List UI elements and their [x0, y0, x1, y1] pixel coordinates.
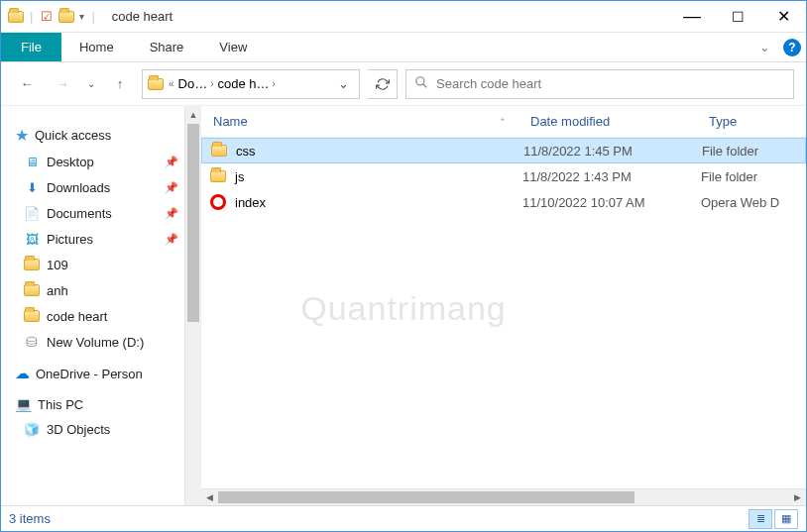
column-type[interactable]: Type: [697, 114, 806, 129]
file-type: File folder: [698, 144, 805, 159]
sidebar-item-documents[interactable]: 📄Documents📌: [1, 200, 184, 226]
app-icon: [7, 8, 25, 26]
folder-qat-icon[interactable]: [58, 8, 75, 26]
chevron-right-icon[interactable]: «: [169, 78, 174, 89]
help-button[interactable]: ?: [778, 33, 806, 61]
star-icon: ★: [15, 126, 29, 145]
file-date: 11/10/2022 10:07 AM: [519, 195, 697, 210]
recent-dropdown-icon[interactable]: ⌄: [84, 70, 98, 98]
sidebar-scrollbar[interactable]: ▲: [184, 106, 201, 505]
file-row[interactable]: css 11/8/2022 1:45 PM File folder: [201, 138, 806, 163]
qat-dropdown-icon[interactable]: ▾: [77, 11, 86, 22]
tab-home[interactable]: Home: [61, 33, 132, 61]
pictures-icon: 🖼: [23, 230, 41, 248]
sidebar-item-label: 3D Objects: [47, 422, 110, 437]
sidebar-item-folder[interactable]: anh: [1, 277, 184, 303]
sidebar-item-label: New Volume (D:): [47, 335, 144, 350]
thumbnails-view-button[interactable]: ▦: [774, 509, 798, 529]
scrollbar-thumb[interactable]: [218, 491, 634, 503]
file-name: js: [235, 169, 244, 184]
ribbon-tabs: File Home Share View ⌄ ?: [1, 33, 806, 62]
sidebar-item-label: Desktop: [47, 155, 94, 169]
maximize-button[interactable]: ☐: [715, 1, 760, 33]
horizontal-scrollbar[interactable]: ◀ ▶: [201, 488, 806, 505]
tab-share[interactable]: Share: [132, 33, 202, 61]
scroll-up-icon[interactable]: ▲: [185, 106, 201, 123]
sidebar-item-pictures[interactable]: 🖼Pictures📌: [1, 226, 184, 252]
properties-icon[interactable]: ☑: [38, 8, 56, 26]
objects-icon: 🧊: [23, 420, 41, 438]
sidebar-quick-access[interactable]: ★ Quick access: [1, 122, 184, 149]
file-date: 11/8/2022 1:45 PM: [519, 144, 698, 159]
sidebar-item-folder[interactable]: 109: [1, 252, 184, 277]
breadcrumb-segment[interactable]: Do…›: [178, 76, 214, 91]
refresh-button[interactable]: [368, 69, 398, 99]
breadcrumb-dropdown-icon[interactable]: ⌄: [331, 76, 355, 91]
navigation-pane[interactable]: ★ Quick access 🖥Desktop📌 ⬇Downloads📌 📄Do…: [1, 106, 184, 505]
breadcrumb-bar[interactable]: « Do…› code h…› ⌄: [142, 69, 360, 99]
tab-view[interactable]: View: [201, 33, 265, 61]
column-date[interactable]: Date modified: [519, 114, 697, 129]
folder-icon: [147, 75, 165, 93]
sidebar-item-label: 109: [47, 258, 68, 272]
scrollbar-thumb[interactable]: [187, 124, 199, 322]
sidebar-item-desktop[interactable]: 🖥Desktop📌: [1, 149, 184, 174]
sidebar-item-downloads[interactable]: ⬇Downloads📌: [1, 174, 184, 200]
file-list-pane: Name⌃ Date modified Type css 11/8/2022 1…: [201, 106, 806, 505]
breadcrumb-segment[interactable]: code h…›: [218, 76, 276, 91]
minimize-button[interactable]: —: [669, 1, 715, 33]
up-button[interactable]: ↑: [106, 70, 134, 98]
folder-icon: [23, 281, 41, 299]
pin-icon: 📌: [165, 181, 178, 194]
forward-button[interactable]: →: [49, 70, 76, 98]
sidebar-item-label: Downloads: [47, 180, 110, 195]
file-type: Opera Web D: [697, 195, 806, 210]
cloud-icon: ☁: [15, 365, 30, 382]
drive-icon: ⛁: [23, 333, 41, 351]
file-type: File folder: [697, 169, 806, 184]
sidebar-label: This PC: [38, 397, 83, 412]
scroll-right-icon[interactable]: ▶: [789, 492, 806, 502]
address-bar-row: ← → ⌄ ↑ « Do…› code h…› ⌄ Search code he…: [1, 62, 806, 106]
scroll-left-icon[interactable]: ◀: [201, 492, 218, 502]
sidebar-label: Quick access: [35, 128, 111, 143]
quick-access-toolbar: | ☑ ▾ |: [1, 8, 104, 26]
pc-icon: 💻: [15, 396, 32, 412]
search-icon: [414, 75, 428, 92]
close-button[interactable]: ✕: [760, 1, 806, 33]
sidebar-item-label: Documents: [47, 206, 112, 221]
details-view-button[interactable]: ≣: [749, 509, 772, 529]
search-input[interactable]: Search code heart: [405, 69, 794, 99]
sidebar-this-pc[interactable]: 💻This PC: [1, 392, 184, 416]
column-headers: Name⌃ Date modified Type: [201, 106, 806, 138]
downloads-icon: ⬇: [23, 178, 41, 196]
title-bar: | ☑ ▾ | code heart — ☐ ✕: [1, 1, 806, 33]
back-button[interactable]: ←: [13, 70, 41, 98]
sidebar-item-folder[interactable]: code heart: [1, 303, 184, 329]
search-placeholder: Search code heart: [436, 76, 541, 91]
folder-icon: [23, 256, 41, 273]
ribbon-expand-icon[interactable]: ⌄: [750, 33, 778, 61]
divider: |: [27, 9, 36, 24]
file-name: index: [235, 195, 266, 210]
svg-point-0: [416, 77, 424, 85]
sidebar-item-label: anh: [47, 283, 68, 298]
documents-icon: 📄: [23, 204, 41, 222]
file-row[interactable]: js 11/8/2022 1:43 PM File folder: [201, 163, 806, 189]
sidebar-item-label: code heart: [47, 309, 107, 324]
file-date: 11/8/2022 1:43 PM: [519, 169, 697, 184]
sidebar-onedrive[interactable]: ☁OneDrive - Person: [1, 361, 184, 386]
column-name[interactable]: Name⌃: [201, 114, 519, 129]
file-rows: css 11/8/2022 1:45 PM File folder js 11/…: [201, 138, 806, 488]
folder-icon: [209, 167, 227, 185]
sidebar-item-drive[interactable]: ⛁New Volume (D:): [1, 329, 184, 355]
file-tab[interactable]: File: [1, 33, 61, 61]
svg-line-1: [423, 84, 427, 88]
file-row[interactable]: index 11/10/2022 10:07 AM Opera Web D: [201, 189, 806, 215]
item-count: 3 items: [9, 511, 51, 526]
file-name: css: [236, 144, 256, 159]
divider: |: [88, 9, 97, 24]
sidebar-label: OneDrive - Person: [36, 367, 143, 381]
main-area: ★ Quick access 🖥Desktop📌 ⬇Downloads📌 📄Do…: [1, 106, 806, 505]
sidebar-item-3dobjects[interactable]: 🧊3D Objects: [1, 416, 184, 442]
